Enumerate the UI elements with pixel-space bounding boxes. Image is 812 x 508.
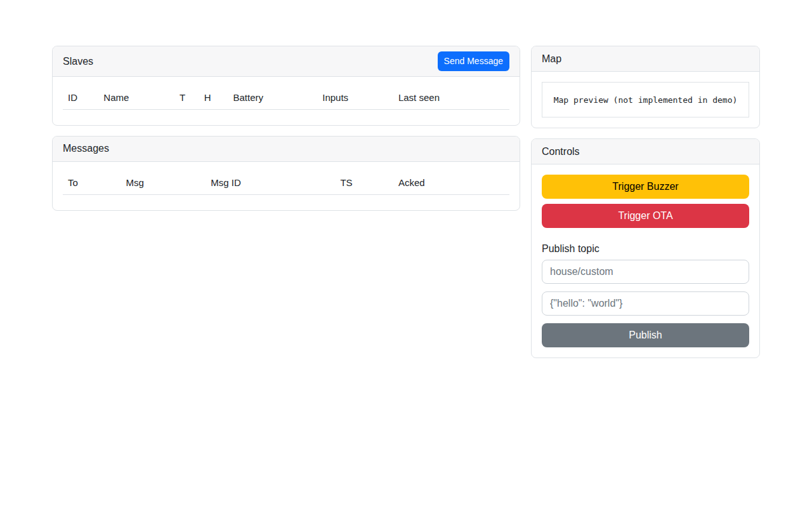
map-card-body: Map preview (not implemented in demo) [532, 72, 759, 128]
controls-title: Controls [542, 146, 580, 157]
trigger-buzzer-button[interactable]: Trigger Buzzer [542, 175, 749, 199]
trigger-ota-button[interactable]: Trigger OTA [542, 204, 749, 228]
right-column: Map Map preview (not implemented in demo… [531, 46, 760, 358]
messages-col-to: To [63, 172, 121, 194]
messages-col-msg-id: Msg ID [206, 172, 335, 194]
slaves-col-humidity: H [199, 87, 228, 109]
slaves-col-battery: Battery [228, 87, 317, 109]
controls-card: Controls Trigger Buzzer Trigger OTA Publ… [531, 138, 760, 358]
publish-payload-input[interactable] [542, 291, 749, 316]
slaves-col-temperature: T [174, 87, 199, 109]
dashboard: Slaves Send Message ID Name T H [0, 0, 812, 358]
controls-card-header: Controls [532, 139, 759, 164]
messages-card: Messages To Msg Msg ID TS Acked [52, 136, 520, 211]
messages-title: Messages [63, 143, 109, 154]
map-title: Map [542, 53, 561, 65]
messages-table: To Msg Msg ID TS Acked [63, 172, 509, 195]
messages-col-msg: Msg [121, 172, 206, 194]
map-card-header: Map [532, 46, 759, 72]
slaves-col-last-seen: Last seen [393, 87, 509, 109]
publish-button[interactable]: Publish [542, 323, 749, 347]
publish-topic-label: Publish topic [542, 243, 749, 255]
messages-col-ts: TS [335, 172, 393, 194]
slaves-card-body: ID Name T H Battery Inputs Last seen [53, 77, 520, 125]
slaves-card-header: Slaves Send Message [53, 46, 520, 77]
messages-card-body: To Msg Msg ID TS Acked [53, 162, 520, 210]
slaves-col-name: Name [98, 87, 174, 109]
slaves-card: Slaves Send Message ID Name T H [52, 46, 520, 126]
slaves-table: ID Name T H Battery Inputs Last seen [63, 87, 509, 110]
controls-card-body: Trigger Buzzer Trigger OTA Publish topic… [532, 164, 759, 358]
messages-table-header-row: To Msg Msg ID TS Acked [63, 172, 509, 194]
map-preview-placeholder: Map preview (not implemented in demo) [542, 82, 749, 117]
slaves-col-inputs: Inputs [317, 87, 393, 109]
send-message-button[interactable]: Send Message [438, 51, 509, 71]
map-card: Map Map preview (not implemented in demo… [531, 46, 760, 128]
messages-card-header: Messages [53, 137, 520, 162]
messages-col-acked: Acked [393, 172, 509, 194]
publish-topic-input[interactable] [542, 260, 749, 284]
left-column: Slaves Send Message ID Name T H [52, 46, 520, 211]
slaves-col-id: ID [63, 87, 98, 109]
slaves-table-header-row: ID Name T H Battery Inputs Last seen [63, 87, 509, 109]
slaves-title: Slaves [63, 56, 93, 67]
